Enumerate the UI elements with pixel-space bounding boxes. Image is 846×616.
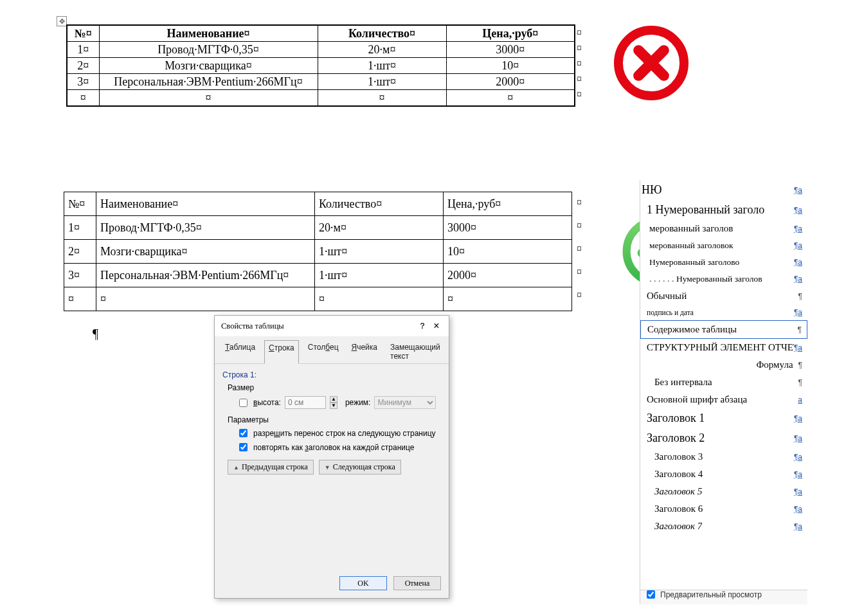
wrap-rows-check[interactable]	[239, 429, 248, 437]
paragraph-mark-icon: ¶a	[794, 414, 802, 423]
tab-alttext[interactable]: Замещающий текст	[386, 340, 444, 363]
paragraph-mark-icon: ¶	[798, 361, 802, 370]
style-item[interactable]: Содержимое таблицы¶	[640, 320, 807, 339]
next-row-button[interactable]: ▼Следующая строка	[319, 460, 401, 475]
size-group-label: Размер	[228, 383, 441, 392]
preview-checkbox[interactable]: Предварительный просмотр	[644, 588, 762, 601]
table-cell: Мозги·сварщика¤	[96, 240, 315, 264]
height-input[interactable]	[285, 396, 326, 409]
table-cell: 3000¤	[444, 216, 572, 240]
table-cell: ¤	[64, 287, 96, 311]
table-cell: ¤	[99, 90, 318, 107]
table-cell: 1¤	[67, 42, 99, 58]
style-item[interactable]: Заголовок 1¶a	[640, 408, 807, 428]
table-header: Цена,·руб¤	[444, 192, 572, 216]
paragraph-mark-icon: ¶	[798, 378, 802, 387]
close-button[interactable]: ×	[429, 320, 444, 332]
dialog-titlebar[interactable]: Свойства таблицы ? ×	[215, 316, 449, 336]
row-end-mark: ¤	[577, 73, 582, 85]
tab-row[interactable]: Строка	[264, 340, 299, 364]
row-end-mark: ¤	[577, 42, 582, 54]
table-cell: Мозги·сварщика¤	[99, 58, 318, 74]
paragraph-mark-icon: ¶a	[794, 487, 802, 496]
style-item[interactable]: Формула¶	[640, 356, 807, 374]
style-item[interactable]: Нумерованный заголов¶a	[640, 271, 807, 287]
preview-label: Предварительный просмотр	[660, 590, 762, 599]
prev-row-button[interactable]: ▲Предыдущая строка	[228, 460, 314, 475]
table-cell: 2000¤	[444, 264, 572, 287]
tab-column[interactable]: Столбец	[304, 340, 343, 363]
style-item[interactable]: подпись и дата¶a	[640, 305, 807, 320]
paragraph-mark-icon: ¶a	[794, 308, 802, 317]
paragraph-mark: ¶	[93, 327, 98, 341]
table-cell: 2000¤	[446, 74, 575, 90]
style-item[interactable]: Нумерованный заголово¶a	[640, 254, 807, 271]
table-cell: Персональная·ЭВМ·Pentium·266МГц¤	[96, 264, 315, 287]
paragraph-mark-icon: ¶a	[794, 241, 802, 250]
table-cell: 2¤	[64, 240, 96, 264]
style-item[interactable]: 1 Нумерованный заголо¶a	[640, 200, 807, 220]
repeat-header-checkbox[interactable]: повторять как заголовок на каждой страни…	[237, 441, 441, 453]
wrap-rows-checkbox[interactable]: разрешить перенос строк на следующую стр…	[237, 427, 441, 439]
table-header: Цена,·руб¤	[446, 25, 575, 42]
style-item[interactable]: мерованный заголовок¶a	[640, 237, 807, 254]
cancel-button[interactable]: Отмена	[393, 576, 441, 590]
dialog-title: Свойства таблицы	[221, 322, 415, 331]
style-item[interactable]: Обычный¶	[640, 287, 807, 305]
style-item[interactable]: Заголовок 2¶a	[640, 428, 807, 448]
table-cell: 1·шт¤	[315, 264, 444, 287]
mode-label: режим:	[345, 398, 371, 407]
preview-check[interactable]	[647, 590, 655, 599]
paragraph-mark-icon: ¶a	[794, 470, 802, 479]
height-spinner[interactable]: ▲▼	[330, 396, 338, 409]
table-header: Количество¤	[315, 192, 444, 216]
styles-panel: НЮ¶a1 Нумерованный заголо¶aмерованный за…	[640, 180, 807, 604]
row-end-mark: ¤	[577, 89, 582, 100]
height-label: высота:	[253, 398, 281, 407]
row-end-mark: ¤	[577, 289, 582, 301]
style-item[interactable]: Заголовок 3¶a	[640, 448, 807, 466]
row-end-mark: ¤	[577, 266, 582, 278]
height-checkbox[interactable]	[239, 399, 248, 407]
help-button[interactable]: ?	[415, 322, 429, 331]
good-table-example: №¤Наименование¤Количество¤Цена,·руб¤1¤Пр…	[64, 192, 572, 311]
wrong-icon	[614, 26, 688, 100]
ok-button[interactable]: OK	[339, 576, 387, 590]
paragraph-mark-icon: ¶	[798, 325, 802, 334]
table-cell: 1·шт¤	[315, 240, 444, 264]
bad-table-example: №¤Наименование¤Количество¤Цена,·руб¤1¤Пр…	[66, 24, 575, 107]
table-cell: ¤	[315, 287, 444, 311]
style-item[interactable]: Без интервала¶	[640, 374, 807, 391]
mode-select[interactable]: Минимум	[374, 396, 436, 409]
style-item[interactable]: Основной шрифт абзацаa	[640, 391, 807, 408]
paragraph-mark-icon: ¶a	[794, 258, 802, 267]
table-cell: 10¤	[446, 58, 575, 74]
style-item[interactable]: Заголовок 7¶a	[640, 518, 807, 535]
paragraph-mark-icon: ¶a	[794, 434, 802, 443]
table-cell: Провод·МГТФ·0,35¤	[96, 216, 315, 240]
style-item[interactable]: Заголовок 4¶a	[640, 466, 807, 483]
table-cell: Провод·МГТФ·0,35¤	[99, 42, 318, 58]
style-item[interactable]: СТРУКТУРНЫЙ ЭЛЕМЕНТ ОТЧЕТА¶a	[640, 339, 807, 356]
paragraph-mark-icon: ¶a	[794, 343, 802, 352]
table-anchor-icon[interactable]: ✥	[57, 16, 67, 26]
row-end-mark: ¤	[577, 58, 582, 69]
table-cell: 20·м¤	[315, 216, 444, 240]
row-end-mark: ¤	[577, 220, 582, 231]
table-header: Наименование¤	[99, 25, 318, 42]
row-indicator: Строка 1:	[222, 370, 441, 379]
tab-cell[interactable]: Ячейка	[348, 340, 382, 363]
style-item[interactable]: Заголовок 5¶a	[640, 483, 807, 500]
style-item[interactable]: Заголовок 6¶a	[640, 500, 807, 518]
paragraph-mark-icon: ¶a	[794, 186, 802, 195]
table-cell: ¤	[96, 287, 315, 311]
paragraph-mark-icon: ¶a	[794, 522, 802, 531]
paragraph-mark-icon: ¶a	[794, 505, 802, 514]
style-item[interactable]: НЮ¶a	[640, 180, 807, 200]
table-cell: 3¤	[64, 264, 96, 287]
repeat-header-check[interactable]	[239, 443, 248, 451]
table-cell: ¤	[67, 90, 99, 107]
paragraph-mark-icon: ¶a	[794, 275, 802, 284]
tab-table[interactable]: Таблица	[221, 340, 259, 363]
style-item[interactable]: мерованный заголов¶a	[640, 220, 807, 237]
